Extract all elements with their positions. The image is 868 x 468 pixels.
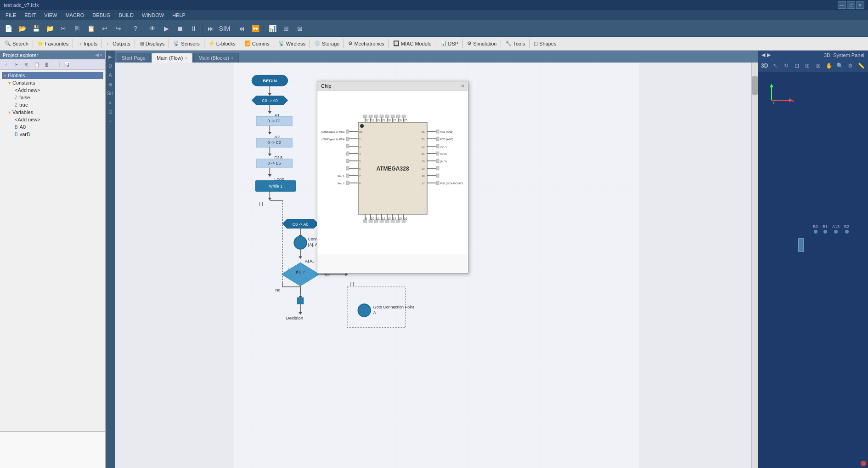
comp-btn-search[interactable]: 🔍Search (2, 40, 31, 47)
tree-false[interactable]: Z false (2, 94, 103, 101)
3d-component-block[interactable] (798, 238, 804, 252)
nav-forward[interactable]: ▶ (767, 52, 771, 58)
comp-btn-simulation[interactable]: ⚙Simulation (464, 40, 499, 47)
comp-btn-inputs[interactable]: →Inputs (74, 40, 100, 47)
tree-variables[interactable]: ▾ Variables (2, 108, 103, 116)
zoom-in-tool[interactable]: 🔍 (835, 60, 845, 71)
sidebar-close[interactable]: × (100, 52, 102, 58)
component-b1[interactable]: B1 (823, 224, 828, 234)
menu-view[interactable]: VIEW (40, 11, 61, 19)
pan-tool[interactable]: ✋ (824, 60, 834, 71)
process-c0-a0[interactable]: C0 -> A0 (252, 96, 287, 105)
toolbar-btn-save-as[interactable]: 📁 (43, 22, 56, 35)
comp-btn-displays[interactable]: 🖥Displays (136, 40, 168, 47)
process-0-c2[interactable]: 0 -> C2 (256, 138, 292, 148)
close-button[interactable]: × (856, 1, 864, 9)
menu-file[interactable]: FILE (2, 11, 20, 19)
rotate-tool[interactable]: ↻ (781, 60, 791, 71)
left-icon-3[interactable]: A (106, 71, 114, 79)
toolbar-btn-probe[interactable]: 👁 (146, 22, 159, 35)
sidebar-tool-collapse[interactable]: 📊 (62, 60, 72, 68)
left-icon-1[interactable]: ▶ (106, 52, 114, 61)
process-c0-a0-loop[interactable]: C0 -> A0 (282, 219, 318, 228)
toolbar-btn-help[interactable]: ? (129, 22, 142, 35)
toolbar-btn-play[interactable]: ▶ (160, 22, 173, 35)
toolbar-btn-undo[interactable]: ↩ (98, 22, 111, 35)
scrollbar-thumb[interactable] (752, 76, 758, 95)
comp-btn-miac[interactable]: 🔲MIAC Module (390, 40, 434, 47)
nav-back[interactable]: ◀ (761, 52, 765, 58)
toolbar-btn-sim[interactable]: SIM (218, 22, 231, 35)
comp-btn-storage[interactable]: 💿Storage (311, 40, 343, 47)
tree-globals[interactable]: ▾ Globals (2, 72, 103, 79)
tab-start-page[interactable]: Start Page (117, 53, 151, 63)
tree-add-variable[interactable]: <Add new> (2, 116, 103, 123)
settings-tool[interactable]: ⚙ (845, 60, 855, 71)
toolbar-btn-save[interactable]: 💾 (29, 22, 42, 35)
toolbar-btn-pause[interactable]: ⏸ (187, 22, 200, 35)
toolbar-btn-step[interactable]: ⏭ (204, 22, 217, 35)
tab-main-flow[interactable]: Main (Flow) × (152, 53, 192, 63)
process-small[interactable] (297, 298, 304, 304)
toolbar-btn-paste[interactable]: 📋 (85, 22, 97, 35)
tree-varb[interactable]: B varB (2, 131, 103, 138)
menu-edit[interactable]: EDIT (21, 11, 39, 19)
toolbar-btn-new[interactable]: 📄 (2, 22, 15, 35)
comp-btn-favourites[interactable]: ⭐Favourites (34, 40, 71, 47)
toolbar-btn-copy[interactable]: ⎘ (71, 22, 84, 35)
left-icon-8[interactable]: + (106, 117, 114, 125)
toolbar-btn-t2[interactable]: ⊠ (293, 22, 306, 35)
process-0-b5[interactable]: 0 -> B5 (256, 159, 292, 168)
left-icon-2[interactable]: D (106, 62, 114, 70)
comp-btn-mechatronics[interactable]: ⚙Mechatronics (345, 40, 387, 47)
tab-close-flow[interactable]: × (185, 56, 187, 61)
comp-btn-tools[interactable]: 🔧Tools (502, 40, 528, 47)
tree-constants[interactable]: ▾ Constants (2, 79, 103, 86)
toolbar-btn-t1[interactable]: ⊞ (280, 22, 293, 35)
comp-btn-sensors[interactable]: 📡Sensors (170, 40, 202, 47)
begin-element[interactable]: BEGIN (252, 75, 287, 86)
toolbar-btn-open[interactable]: 📂 (16, 22, 28, 35)
tab-main-blocks[interactable]: Main (Blocks) × (193, 53, 238, 63)
chip-close-button[interactable]: × (461, 83, 464, 89)
tree-add-constant[interactable]: <Add new> (2, 86, 103, 94)
connection-point-a[interactable] (294, 236, 306, 249)
vertical-scrollbar[interactable] (751, 63, 758, 468)
component-b2[interactable]: B2 (844, 224, 849, 234)
view-tool[interactable]: ⊠ (813, 60, 823, 71)
process-0-c1[interactable]: 0 -> C1 (256, 117, 292, 126)
component-b0[interactable]: B0 (813, 224, 818, 234)
toolbar-btn-stop[interactable]: ⏹ (174, 22, 186, 35)
select-tool[interactable]: ⊡ (792, 60, 801, 71)
comp-btn-eblocks[interactable]: ⚡E-blocks (206, 40, 238, 47)
comp-btn-comms[interactable]: 📶Comms (242, 40, 272, 47)
menu-debug[interactable]: DEBUG (89, 11, 114, 19)
menu-help[interactable]: HELP (169, 11, 189, 19)
toolbar-btn-fast[interactable]: ⏩ (249, 22, 262, 35)
sidebar-tool-expand[interactable]: ⬜ (52, 60, 62, 68)
tab-close-blocks[interactable]: × (231, 56, 234, 61)
sidebar-tool-copy[interactable]: ⎘ (22, 60, 31, 68)
tree-a0[interactable]: B A0 (2, 123, 103, 131)
menu-build[interactable]: BUILD (115, 11, 137, 19)
sidebar-pin[interactable]: ◀ (95, 52, 99, 58)
sidebar-tool-cut[interactable]: ✂ (12, 60, 21, 68)
toolbar-btn-scope[interactable]: 📊 (266, 22, 279, 35)
toolbar-btn-rewind[interactable]: ⏮ (235, 22, 248, 35)
left-icon-4[interactable]: ⊞ (106, 80, 114, 88)
zoom-tool[interactable]: ⊞ (803, 60, 812, 71)
toolbar-btn-cut[interactable]: ✂ (57, 22, 70, 35)
left-icon-6[interactable]: ≡ (106, 98, 114, 107)
left-icon-7[interactable]: ⊡ (106, 108, 114, 116)
loop-while1[interactable]: While 1 (255, 181, 296, 192)
sidebar-tool-home[interactable]: ⌂ (2, 60, 11, 68)
component-a13[interactable]: A13 (832, 224, 840, 234)
maximize-button[interactable]: □ (847, 1, 855, 9)
comp-btn-outputs[interactable]: ←Outputs (103, 40, 133, 47)
goto-connection-point[interactable] (358, 304, 370, 316)
measure-tool[interactable]: 📏 (857, 60, 866, 71)
comp-btn-shapes[interactable]: ◻Shapes (531, 40, 559, 47)
left-icon-5[interactable]: SH (106, 89, 114, 97)
sidebar-tool-delete[interactable]: 🗑 (42, 60, 51, 68)
minimize-button[interactable]: — (838, 1, 846, 9)
